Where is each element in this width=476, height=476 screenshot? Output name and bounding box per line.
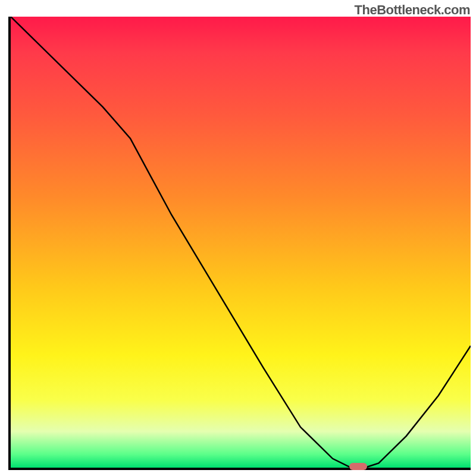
watermark-text: TheBottleneck.com <box>355 2 470 18</box>
optimal-point-marker <box>349 463 367 470</box>
bottleneck-curve <box>11 17 471 468</box>
chart-plot-area <box>8 17 471 470</box>
